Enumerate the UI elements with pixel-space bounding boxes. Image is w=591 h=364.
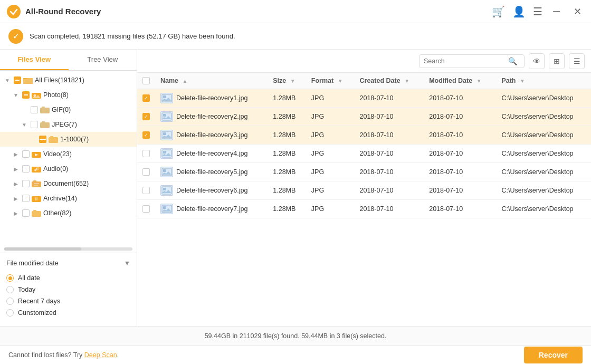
checkbox-jpeg[interactable]	[31, 121, 38, 128]
row-checkbox-cell[interactable]: ✓	[137, 126, 155, 145]
search-input[interactable]	[424, 58, 508, 65]
header-path[interactable]: Path ▼	[496, 73, 591, 89]
svg-rect-8	[42, 121, 45, 123]
radio-all-date[interactable]	[6, 274, 14, 282]
svg-rect-33	[163, 151, 166, 154]
row-checkbox-3[interactable]: ✓	[142, 131, 150, 139]
checkbox-audio[interactable]	[22, 165, 30, 173]
tree-item-jpeg[interactable]: ▼ JPEG(7)	[0, 117, 137, 132]
sidebar-scrollbar[interactable]	[4, 247, 132, 251]
row-checkbox-cell[interactable]	[137, 181, 155, 200]
tree-label-archive: Archive(14)	[43, 195, 77, 202]
checkbox-1-1000[interactable]	[39, 136, 46, 143]
svg-rect-25	[33, 210, 36, 212]
header-modified[interactable]: Modified Date ▼	[424, 73, 496, 89]
radio-today[interactable]	[6, 286, 14, 293]
tree-item-document[interactable]: ▶ Document(652)	[0, 176, 137, 191]
svg-rect-27	[163, 95, 166, 98]
tree-item-1-1000[interactable]: ▶ 1-1000(7)	[0, 132, 137, 147]
row-checkbox-4[interactable]	[142, 150, 150, 157]
tree-item-gif[interactable]: ▶ GIF(0)	[0, 102, 137, 117]
select-all-checkbox[interactable]	[142, 77, 150, 84]
1-1000-folder-icon	[49, 136, 58, 143]
checkbox-document[interactable]	[22, 180, 30, 187]
file-thumbnail	[160, 185, 173, 196]
deep-scan-link[interactable]: Deep Scan	[84, 351, 117, 359]
grid-view-button[interactable]: ⊞	[549, 53, 565, 69]
row-path-cell: C:\Users\server\Desktop	[496, 145, 591, 163]
tab-tree-view[interactable]: Tree View	[69, 50, 137, 70]
tab-files-view[interactable]: Files View	[0, 50, 69, 70]
row-checkbox-5[interactable]	[142, 168, 150, 176]
tree-item-all[interactable]: ▼ All Files(191821)	[0, 73, 137, 88]
filter-option-all-date[interactable]: All date	[6, 272, 130, 284]
checkbox-other[interactable]	[22, 209, 30, 217]
row-size-cell: 1.28MB	[268, 108, 306, 126]
row-checkbox-1[interactable]: ✓	[142, 94, 150, 102]
menu-icon[interactable]: ☰	[533, 5, 542, 18]
tree-item-video[interactable]: ▶ Video(23)	[0, 147, 137, 161]
sidebar-tree: ▼ All Files(191821) ▼ Photo(8)	[0, 71, 137, 245]
filter-option-today[interactable]: Today	[6, 284, 130, 295]
filter-title[interactable]: File modified date ▼	[6, 257, 130, 269]
header-created[interactable]: Created Date ▼	[355, 73, 424, 89]
filter-option-custom[interactable]: Cunstomized	[6, 307, 130, 319]
row-checkbox-6[interactable]	[142, 187, 150, 194]
tree-item-other[interactable]: ▶ Other(82)	[0, 206, 137, 221]
row-checkbox-2[interactable]: ✓	[142, 113, 150, 120]
radio-custom[interactable]	[6, 309, 14, 317]
checkbox-gif[interactable]	[31, 106, 38, 113]
row-checkbox-cell[interactable]: ✓	[137, 89, 155, 108]
checkbox-photo[interactable]	[22, 91, 30, 99]
content-area: 🔍 👁 ⊞ ☰ Name	[137, 50, 591, 326]
row-checkbox-cell[interactable]: ✓	[137, 108, 155, 126]
row-format-cell: JPG	[306, 145, 355, 163]
preview-toggle-button[interactable]: 👁	[529, 53, 545, 69]
bottom-bar: Cannot find lost files? Try Deep Scan. R…	[0, 345, 591, 364]
row-format-cell: JPG	[306, 126, 355, 145]
row-created-cell: 2018-07-10	[355, 181, 424, 200]
radio-recent7[interactable]	[6, 298, 14, 305]
expand-icon-other: ▶	[12, 209, 20, 217]
minimize-button[interactable]: ─	[550, 5, 563, 18]
tree-item-archive[interactable]: ▶ Archive(14)	[0, 191, 137, 206]
size-sort-icon: ▼	[290, 78, 296, 84]
header-format[interactable]: Format ▼	[306, 73, 355, 89]
row-modified-cell: 2018-07-10	[424, 163, 496, 181]
files-table: Name ▲ Size ▼ Format ▼ Created Date	[137, 73, 591, 218]
archive-folder-icon	[32, 195, 41, 202]
app-icon	[6, 4, 21, 19]
file-thumbnail	[160, 167, 173, 177]
table-row: Delete-file-recovery7.jpg 1.28MB JPG 201…	[137, 200, 591, 218]
row-checkbox-cell[interactable]	[137, 163, 155, 181]
row-checkbox-cell[interactable]	[137, 145, 155, 163]
header-size[interactable]: Size ▼	[268, 73, 306, 89]
list-view-button[interactable]: ☰	[569, 53, 585, 69]
filter-option-recent7[interactable]: Recent 7 days	[6, 295, 130, 307]
folder-icon	[23, 76, 33, 84]
tree-item-photo[interactable]: ▼ Photo(8)	[0, 88, 137, 102]
tree-label-audio: Audio(0)	[43, 165, 68, 173]
row-path-cell: C:\Users\server\Desktop	[496, 108, 591, 126]
checkbox-archive[interactable]	[22, 195, 30, 202]
row-modified-cell: 2018-07-10	[424, 200, 496, 218]
row-size-cell: 1.28MB	[268, 200, 306, 218]
app-title: All-Round Recovery	[25, 7, 492, 16]
close-button[interactable]: ✕	[570, 5, 585, 18]
checkbox-video[interactable]	[22, 150, 30, 158]
row-size-cell: 1.28MB	[268, 89, 306, 108]
row-checkbox-7[interactable]	[142, 205, 150, 213]
row-checkbox-cell[interactable]	[137, 200, 155, 218]
header-name[interactable]: Name ▲	[155, 73, 268, 89]
recover-button[interactable]: Recover	[524, 347, 583, 363]
list-icon: ☰	[574, 57, 580, 65]
tree-item-audio[interactable]: ▶ Audio(0)	[0, 161, 137, 176]
svg-rect-24	[32, 211, 41, 217]
user-icon[interactable]: 👤	[512, 5, 526, 18]
cart-icon[interactable]: 🛒	[492, 5, 505, 18]
header-checkbox-col	[137, 73, 155, 89]
table-row: ✓ Delete-file-recovery1.jpg 1.28MB JPG 2	[137, 89, 591, 108]
expand-icon-photo: ▼	[12, 91, 20, 99]
checkbox-all[interactable]	[14, 76, 21, 84]
bottom-bar-message: Cannot find lost files? Try Deep Scan.	[8, 351, 119, 359]
